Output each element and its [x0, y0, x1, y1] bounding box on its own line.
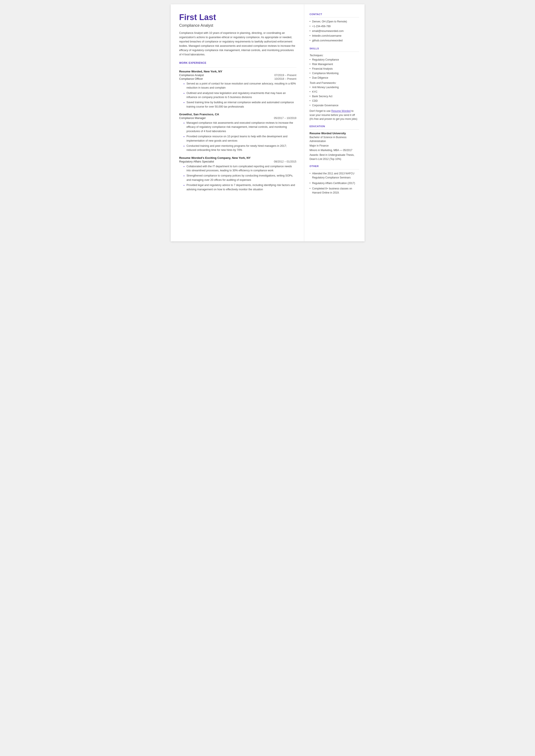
skills-header: SKILLS	[310, 47, 359, 50]
education-section: EDUCATION Resume Worded University Bache…	[310, 125, 359, 161]
role-1-title: Compliance Analyst	[179, 73, 204, 77]
job-title: Compliance Analyst	[179, 23, 296, 28]
tool-3: CDD	[310, 99, 359, 103]
job-3-bullets: Collaborated with the IT department to t…	[182, 164, 296, 192]
bullet-3-3: Provided legal and regulatory advice to …	[183, 183, 296, 192]
role-3-title: Compliance Manager	[179, 116, 206, 120]
techniques-label: Techniques:	[310, 54, 359, 57]
left-column: First Last Compliance Analyst Compliance…	[171, 4, 304, 241]
job-1-bullets: Served as a point of contact for issue r…	[182, 82, 296, 109]
contact-item-3: linkedin.com/in/username	[310, 34, 359, 38]
promo-before: Don't forget to use	[310, 109, 331, 113]
role-1-row: Compliance Analyst 07/2019 – Present	[179, 73, 296, 77]
techniques-list: Regulatory Compliance Risk Management Fi…	[310, 58, 359, 80]
summary: Compliance Analyst with 10 years of expe…	[179, 31, 296, 57]
edu-awards: Awards: Best in Undergraduate Thesis, De…	[310, 153, 359, 161]
technique-0: Regulatory Compliance	[310, 58, 359, 62]
tool-2: Bank Secrecy Act	[310, 95, 359, 98]
promo-link[interactable]: Resume Worded	[331, 109, 351, 113]
other-item-0: Attended the 2011 and 2013 NAFCU Regulat…	[310, 172, 359, 180]
bullet-1-3: Saved training time by building an inter…	[183, 100, 296, 109]
contact-item-0: Denver, OH (Open to Remote)	[310, 20, 359, 23]
company-2-name: Growthsi, San Francisco, CA	[179, 113, 296, 116]
technique-3: Compliance Monitoring	[310, 71, 359, 75]
right-column: CONTACT Denver, OH (Open to Remote) +1-2…	[304, 4, 365, 241]
edu-minor: Minors in Marketing, MBA — 05/2017	[310, 148, 359, 153]
job-2: Growthsi, San Francisco, CA Compliance M…	[179, 113, 296, 153]
contact-item-2: email@resumeworded.com	[310, 29, 359, 33]
bullet-2-1: Managed compliance risk assessments and …	[183, 121, 296, 133]
bullet-2-2: Provided compliance resource on 10 proje…	[183, 134, 296, 143]
tools-list: Anti Money Laundering KYC Bank Secrecy A…	[310, 85, 359, 107]
tool-0: Anti Money Laundering	[310, 85, 359, 89]
contact-item-1: +1-234-456-789	[310, 24, 359, 28]
edu-school: Resume Worded University	[310, 132, 359, 135]
tools-label: Tools and Frameworks:	[310, 81, 359, 84]
contact-divider	[310, 17, 359, 17]
promo-text: Don't forget to use Resume Worded to sca…	[310, 109, 359, 121]
other-header: OTHER	[310, 165, 359, 167]
technique-1: Risk Management	[310, 62, 359, 66]
role-4-row: Regulatory Affairs Specialist 08/2012 – …	[179, 160, 296, 163]
other-list: Attended the 2011 and 2013 NAFCU Regulat…	[310, 172, 359, 195]
role-2-dates: 10/2018 – Present	[274, 77, 296, 80]
edu-degree: Bachelor of Science in Business Administ…	[310, 135, 359, 143]
role-4-title: Regulatory Affairs Specialist	[179, 160, 214, 163]
bullet-3-2: Strengthened compliance to company polic…	[183, 174, 296, 182]
other-item-1: Regulatory Affairs Certification (2017)	[310, 181, 359, 185]
contact-item-4: github.com/resumeworded	[310, 39, 359, 42]
other-section: OTHER Attended the 2011 and 2013 NAFCU R…	[310, 165, 359, 195]
role-2-row: Compliance Officer 10/2018 – Present	[179, 77, 296, 80]
role-4-dates: 08/2012 – 01/2015	[274, 160, 296, 163]
contact-list: Denver, OH (Open to Remote) +1-234-456-7…	[310, 20, 359, 42]
tool-1: KYC	[310, 90, 359, 94]
technique-2: Financial Analysis	[310, 67, 359, 71]
work-experience-header: WORK EXPERIENCE	[179, 61, 296, 65]
job-1: Resume Worded, New York, NY Compliance A…	[179, 70, 296, 109]
other-item-2: Completed 8+ business classes on Harvard…	[310, 187, 359, 195]
role-3-row: Compliance Manager 05/2017 – 10/2019	[179, 116, 296, 120]
contact-section: CONTACT Denver, OH (Open to Remote) +1-2…	[310, 13, 359, 42]
bullet-1-2: Outlined and analyzed new legislation an…	[183, 91, 296, 99]
education-header: EDUCATION	[310, 125, 359, 127]
contact-header: CONTACT	[310, 13, 359, 15]
skills-divider	[310, 51, 359, 52]
role-3-dates: 05/2017 – 10/2019	[274, 117, 296, 120]
tool-4: Corporate Governance	[310, 103, 359, 107]
job-2-bullets: Managed compliance risk assessments and …	[182, 121, 296, 153]
company-1-name: Resume Worded, New York, NY	[179, 70, 296, 73]
bullet-3-1: Collaborated with the IT department to t…	[183, 164, 296, 173]
job-3: Resume Worded's Exciting Company, New Yo…	[179, 156, 296, 192]
company-3-name: Resume Worded's Exciting Company, New Yo…	[179, 156, 296, 159]
bullet-2-3: Conducted training and peer-mentoring pr…	[183, 144, 296, 153]
role-1-dates: 07/2019 – Present	[274, 74, 296, 77]
skills-section: SKILLS Techniques: Regulatory Compliance…	[310, 47, 359, 121]
bullet-1-1: Served as a point of contact for issue r…	[183, 82, 296, 90]
name: First Last	[179, 13, 296, 22]
edu-major: Major in Finance	[310, 144, 359, 148]
role-2-title: Compliance Officer	[179, 77, 203, 80]
technique-4: Due Diligence	[310, 76, 359, 80]
resume-page: First Last Compliance Analyst Compliance…	[171, 4, 365, 241]
